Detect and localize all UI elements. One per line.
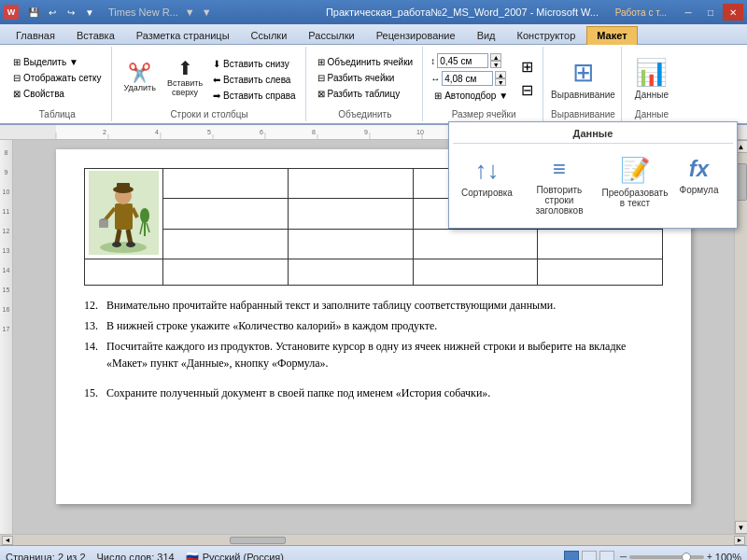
tab-home[interactable]: Главная [6,26,65,44]
group-cell-size: ↕ ▲ ▼ ↔ ▲ ▼ ⊞ Автопо [425,47,543,121]
doc-item-12: 12. Внимательно прочитайте набранный тек… [84,297,663,314]
svg-text:2: 2 [103,129,106,135]
group-rows-cols-label: Строки и столбцы [170,107,247,119]
view-buttons [564,551,614,561]
tab-references[interactable]: Ссылки [241,26,298,44]
tab-layout[interactable]: Макет [586,26,637,45]
undo-qat-btn[interactable]: ↩ [44,4,61,21]
tab-design[interactable]: Конструктор [507,26,586,44]
properties-icon: ⊠ [13,89,21,99]
insert-below-btn[interactable]: ⬇ Вставить снизу [209,57,299,71]
group-data: 📊 Данные Данные [624,47,680,121]
sort-btn[interactable]: ↑↓ Сортировка [457,151,517,220]
zoom-in-btn[interactable]: + [707,552,712,560]
insert-above-btn[interactable]: ⬆ Вставитьсверху [162,56,207,100]
sort-icon: ↑↓ [475,156,500,185]
delete-btn[interactable]: ✂️ Удалить [120,61,161,95]
zoom-percent: 100% [715,552,741,561]
svg-text:10: 10 [416,129,424,135]
word-count-status: Число слов: 314 [97,552,175,561]
group-table: ⊞ Выделить ▼ ⊟ Отображать сетку ⊠ Свойст… [4,47,112,121]
close-btn[interactable]: ✕ [723,4,743,21]
scroll-down-btn[interactable]: ▼ [735,521,748,534]
tab-page-layout[interactable]: Разметка страницы [126,26,240,44]
scroll-right-btn[interactable]: ► [734,536,745,545]
group-rows-cols-content: ✂️ Удалить ⬆ Вставитьсверху ⬇ Вставить с… [120,49,300,107]
split-table-icon: ⊠ [317,89,325,99]
height-icon: ↕ [430,56,435,66]
view-web-btn[interactable] [599,551,614,561]
group-data-label: Данные [635,107,669,119]
height-down-btn[interactable]: ▼ [490,61,501,68]
data-large-icon[interactable]: 📊 [635,57,668,88]
insert-right-btn[interactable]: ➡ Вставить справа [209,89,299,103]
zoom-slider[interactable] [629,555,704,559]
properties-btn[interactable]: ⊠ Свойства [9,87,106,101]
cell-height-row: ↕ ▲ ▼ [430,53,512,68]
group-rows-cols: ✂️ Удалить ⬆ Вставитьсверху ⬇ Вставить с… [114,47,306,121]
qat-dropdown-btn[interactable]: ▼ [81,4,98,21]
word-count-text: Число слов: 314 [97,552,175,561]
doc-item-13: 13. В нижней строке укажите «Количество … [84,317,663,334]
formula-btn[interactable]: fx Формула [669,151,729,220]
tab-insert[interactable]: Вставка [66,26,125,44]
document-text: 12. Внимательно прочитайте набранный тек… [84,297,663,401]
repeat-header-btn[interactable]: ≡ Повторить строки заголовков [517,151,601,220]
vertical-ruler: 8 9 10 11 12 13 14 15 16 17 [0,140,13,534]
scroll-left-btn[interactable]: ◄ [2,536,13,545]
split-cells-btn[interactable]: ⊟ Разбить ячейки [314,71,417,85]
merge-icon: ⊞ [317,57,325,67]
insert-above-icon: ⬆ [177,59,193,77]
autofit-btn[interactable]: ⊞ Автоподбор ▼ [430,89,512,103]
merge-cells-btn[interactable]: ⊞ Объединить ячейки [314,55,417,69]
table-cell-4-1 [85,259,163,286]
view-full-btn[interactable] [582,551,597,561]
maximize-btn[interactable]: □ [700,4,721,21]
select-btn[interactable]: ⊞ Выделить ▼ [9,55,106,69]
table-row-3 [85,229,663,259]
zoom-thumb [682,553,691,561]
convert-text-label: Преобразовать в текст [601,188,668,208]
tab-view[interactable]: Вид [467,26,506,44]
alignment-large-icon[interactable]: ⊞ [572,57,594,88]
table-cell-4-5 [538,259,663,286]
convert-text-btn[interactable]: 📝 Преобразовать в текст [601,151,669,220]
cell-width-input[interactable] [442,71,493,86]
table-cell-4-4 [413,259,538,286]
cell-height-input[interactable] [437,53,488,68]
convert-text-icon: 📝 [620,156,650,185]
split-table-btn[interactable]: ⊠ Разбить таблицу [314,87,417,101]
group-cell-size-content: ↕ ▲ ▼ ↔ ▲ ▼ ⊞ Автопо [430,49,537,107]
view-normal-btn[interactable] [564,551,579,561]
tab-review[interactable]: Рецензирование [366,26,466,44]
minimize-btn[interactable]: ─ [678,4,698,21]
alignment-label: Выравнивание [551,90,615,100]
show-grid-btn[interactable]: ⊟ Отображать сетку [9,71,106,85]
svg-text:9: 9 [364,129,368,135]
select-icon: ⊞ [13,57,21,67]
insert-left-btn[interactable]: ⬅ Вставить слева [209,73,299,87]
distribute-cols-btn[interactable]: ⊟ [517,79,537,101]
delete-icon: ✂️ [128,63,151,82]
doc-item-14: 14. Посчитайте каждого из продуктов. Уст… [84,338,663,371]
height-up-btn[interactable]: ▲ [490,53,501,61]
window-controls: ─ □ ✕ [678,4,743,21]
zoom-out-btn[interactable]: ─ [620,552,627,560]
horizontal-scrollbar[interactable]: ◄ ► [0,534,747,545]
group-cell-size-label: Размер ячейки [452,107,516,119]
ribbon: ⊞ Выделить ▼ ⊟ Отображать сетку ⊠ Свойст… [0,45,747,125]
svg-point-33 [126,242,135,247]
table-cell-2-3 [288,199,413,229]
h-scroll-thumb[interactable] [230,537,286,544]
status-right: ─ + 100% [564,551,741,561]
save-qat-btn[interactable]: 💾 [25,4,42,21]
width-down-btn[interactable]: ▼ [495,78,506,86]
quick-access-toolbar: 💾 ↩ ↪ ▼ [25,4,98,21]
redo-qat-btn[interactable]: ↪ [63,4,79,21]
soldier-image [89,171,159,255]
item-15-num: 15. [84,385,103,401]
item-12-text: Внимательно прочитайте набранный текст и… [106,297,556,314]
tab-mailings[interactable]: Рассылки [298,26,364,44]
distribute-rows-btn[interactable]: ⊞ [517,56,537,77]
width-up-btn[interactable]: ▲ [495,71,506,78]
